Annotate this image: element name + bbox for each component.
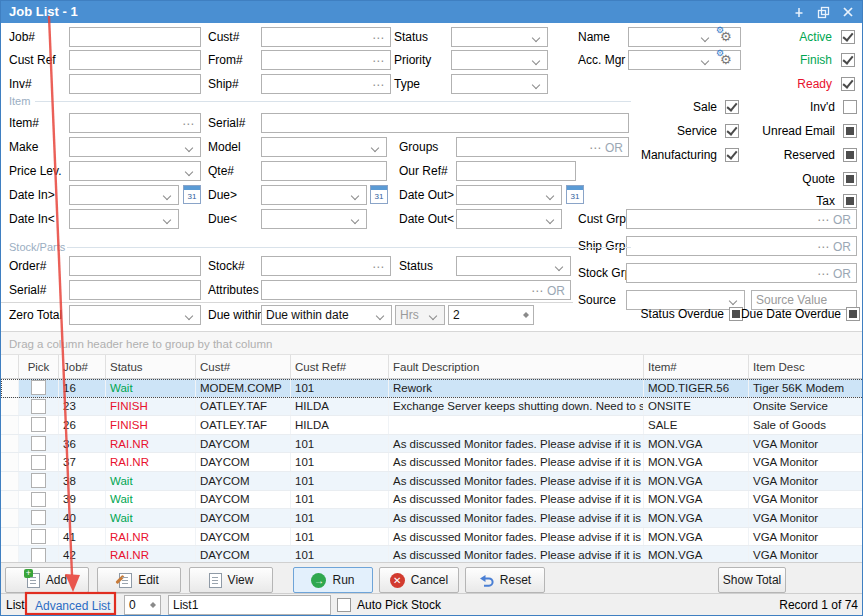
table-row[interactable]: 40 Wait DAYCOM 101 As discussed Monitor …	[1, 509, 863, 528]
pick-checkbox[interactable]	[31, 510, 46, 525]
tax-checkbox[interactable]	[843, 194, 857, 208]
stock-status-dropdown[interactable]	[456, 256, 571, 276]
close-icon[interactable]	[842, 6, 854, 18]
serial-number-input[interactable]	[261, 113, 629, 133]
qte-number-input[interactable]	[261, 161, 387, 181]
acc-mgr-dropdown[interactable]: ⚙⚙	[628, 50, 741, 70]
ellipsis-icon[interactable]: ⋯	[817, 265, 830, 283]
pick-checkbox[interactable]	[31, 492, 46, 507]
show-total-button[interactable]: Show Total	[718, 567, 786, 593]
make-dropdown[interactable]	[69, 137, 201, 157]
hrs-dropdown[interactable]: Hrs	[395, 305, 445, 325]
quote-checkbox[interactable]	[843, 172, 857, 186]
inv-number-input[interactable]	[69, 74, 201, 94]
ellipsis-icon[interactable]: ⋯	[372, 258, 385, 276]
model-dropdown[interactable]	[261, 137, 387, 157]
status-dropdown[interactable]	[451, 27, 548, 47]
price-level-dropdown[interactable]	[69, 161, 201, 181]
priority-dropdown[interactable]	[451, 50, 548, 70]
name-dropdown[interactable]: ⚙⚙	[628, 27, 741, 47]
zero-total-dropdown[interactable]	[69, 305, 201, 325]
column-header-fault-description[interactable]: Fault Description	[389, 355, 644, 378]
view-button[interactable]: View	[189, 567, 273, 593]
pick-checkbox[interactable]	[31, 436, 46, 451]
date-in-lt-dropdown[interactable]	[69, 209, 179, 229]
table-row[interactable]: 38 Wait DAYCOM 101 As discussed Monitor …	[1, 472, 863, 491]
pick-checkbox[interactable]	[31, 473, 46, 488]
groups-input[interactable]: ⋯OR	[456, 137, 629, 157]
due-date-overdue-checkbox[interactable]	[846, 307, 860, 321]
cust-number-input[interactable]: ⋯	[261, 27, 391, 47]
cascade-windows-icon[interactable]	[817, 6, 830, 19]
column-header-status[interactable]: Status	[106, 355, 196, 378]
acc-mgr-gear-icon[interactable]: ⚙⚙	[714, 51, 738, 71]
pin-icon[interactable]	[792, 6, 805, 19]
job-number-input[interactable]	[69, 27, 201, 47]
ellipsis-icon[interactable]: ⋯	[589, 139, 602, 157]
attributes-input[interactable]: ⋯OR	[261, 280, 571, 300]
group-by-panel[interactable]: Drag a column header here to group by th…	[1, 331, 863, 355]
date-out-gt-dropdown[interactable]	[456, 185, 562, 205]
cust-grp-input[interactable]: ⋯OR	[626, 209, 857, 229]
ellipsis-icon[interactable]: ⋯	[817, 211, 830, 229]
date-in-gt-dropdown[interactable]	[69, 185, 179, 205]
pick-checkbox[interactable]	[31, 399, 46, 414]
ellipsis-icon[interactable]: ⋯	[372, 76, 385, 94]
calendar-icon[interactable]: 31	[370, 185, 388, 204]
calendar-icon[interactable]: 31	[566, 185, 584, 204]
stock-number-input[interactable]: ⋯	[261, 256, 391, 276]
ready-checkbox[interactable]	[841, 77, 855, 91]
table-row[interactable]: 23 FINISH OATLEY.TAF HILDA Exchange Serv…	[1, 398, 863, 417]
column-header-item-desc[interactable]: Item Desc	[749, 355, 863, 378]
due-within-dropdown[interactable]: Due within date	[261, 305, 392, 325]
hrs-amount-spinner[interactable]: 2	[448, 305, 534, 325]
date-out-lt-dropdown[interactable]	[456, 209, 562, 229]
pick-checkbox[interactable]	[31, 548, 46, 563]
due-gt-dropdown[interactable]	[261, 185, 367, 205]
pick-checkbox[interactable]	[31, 455, 46, 470]
reserved-checkbox[interactable]	[843, 148, 857, 162]
ship-grp-input[interactable]: ⋯OR	[626, 236, 857, 256]
advanced-list-link[interactable]: Advanced List	[35, 597, 110, 615]
list-number-spinner[interactable]: 0	[124, 595, 161, 615]
table-row[interactable]: 41 RAI.NR DAYCOM 101 As discussed Monito…	[1, 528, 863, 547]
due-lt-dropdown[interactable]	[261, 209, 367, 229]
column-header-item[interactable]: Item#	[644, 355, 749, 378]
ellipsis-icon[interactable]: ⋯	[817, 238, 830, 256]
auto-pick-stock-checkbox[interactable]	[337, 598, 351, 612]
active-checkbox[interactable]	[841, 30, 855, 44]
add-button[interactable]: + Add	[5, 567, 89, 593]
pick-checkbox[interactable]	[31, 529, 46, 544]
table-row[interactable]: 26 FINISH OATLEY.TAF HILDA SALE Sale of …	[1, 416, 863, 435]
pick-checkbox[interactable]	[31, 417, 46, 432]
finish-checkbox[interactable]	[841, 53, 855, 67]
cancel-button[interactable]: ✕ Cancel	[379, 567, 459, 593]
ellipsis-icon[interactable]: ⋯	[182, 115, 195, 133]
our-ref-input[interactable]	[456, 161, 576, 181]
invd-checkbox[interactable]	[843, 100, 857, 114]
ship-number-input[interactable]: ⋯	[261, 74, 391, 94]
unread-email-checkbox[interactable]	[843, 124, 857, 138]
type-dropdown[interactable]	[451, 74, 548, 94]
name-gear-icon[interactable]: ⚙⚙	[714, 28, 738, 48]
spinner-arrows-icon[interactable]	[149, 598, 157, 612]
ellipsis-icon[interactable]: ⋯	[372, 29, 385, 47]
ellipsis-icon[interactable]: ⋯	[531, 282, 544, 300]
table-row[interactable]: 37 RAI.NR DAYCOM 101 As discussed Monito…	[1, 453, 863, 472]
stock-serial-input[interactable]	[69, 280, 201, 300]
table-row[interactable]: 36 RAI.NR DAYCOM 101 As discussed Monito…	[1, 435, 863, 454]
ellipsis-icon[interactable]: ⋯	[372, 52, 385, 70]
pick-checkbox[interactable]	[31, 380, 46, 395]
list-name-input[interactable]: List1	[168, 595, 331, 615]
cust-ref-input[interactable]	[69, 50, 201, 70]
table-row[interactable]: 16 Wait MODEM.COMP 101 Rework MOD.TIGER.…	[1, 379, 863, 398]
from-number-input[interactable]: ⋯	[261, 50, 391, 70]
item-number-input[interactable]: ⋯	[69, 113, 201, 133]
order-number-input[interactable]	[69, 256, 201, 276]
calendar-icon[interactable]: 31	[183, 185, 201, 204]
column-header-job[interactable]: Job#	[59, 355, 106, 378]
column-header-cust-ref[interactable]: Cust Ref#	[291, 355, 389, 378]
column-header-cust[interactable]: Cust#	[196, 355, 291, 378]
spinner-arrows-icon[interactable]	[522, 308, 530, 322]
run-button[interactable]: → Run	[293, 567, 373, 593]
